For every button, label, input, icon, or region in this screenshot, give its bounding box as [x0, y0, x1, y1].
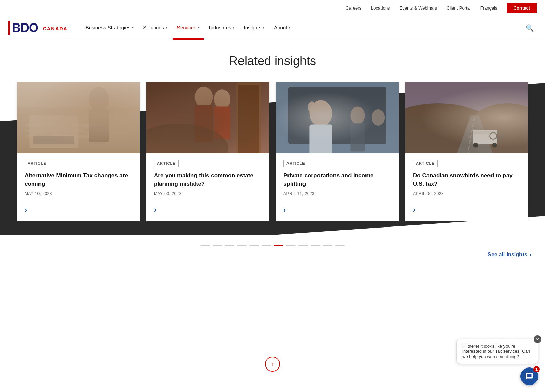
card-body: ARTICLE Private corporations and income … [276, 153, 399, 221]
pagination-dot[interactable] [225, 245, 234, 246]
events-link[interactable]: Events & Webinars [400, 5, 437, 11]
card-badge: ARTICLE [25, 160, 49, 167]
pagination-dot[interactable] [262, 245, 271, 246]
svg-rect-0 [17, 82, 140, 153]
svg-rect-9 [146, 82, 269, 153]
svg-point-25 [372, 109, 385, 126]
nav-label: Industries [209, 25, 231, 30]
bdo-logo: BDO [8, 21, 38, 35]
main-navigation: BDO CANADA Business Strategies ▾ Solutio… [0, 16, 545, 40]
cards-container: ARTICLE Alternative Minimum Tax changes … [0, 82, 545, 221]
svg-point-23 [350, 107, 365, 125]
nav-industries[interactable]: Industries ▾ [205, 16, 238, 40]
svg-point-5 [89, 87, 109, 111]
card-arrow-link[interactable]: › [154, 206, 262, 215]
nav-label: Insights [244, 25, 262, 30]
locations-link[interactable]: Locations [371, 5, 390, 11]
insight-card[interactable]: ARTICLE Private corporations and income … [276, 82, 399, 221]
page-content: Related insights [0, 40, 545, 269]
nav-links: Business Strategies ▾ Solutions ▾ Servic… [81, 16, 523, 40]
pagination-dot[interactable] [311, 245, 320, 246]
client-portal-link[interactable]: Client Portal [447, 5, 471, 11]
search-icon: 🔍 [526, 24, 534, 32]
svg-line-31 [467, 115, 475, 153]
pagination-dot[interactable] [237, 245, 247, 246]
nav-solutions[interactable]: Solutions ▾ [139, 16, 171, 40]
careers-link[interactable]: Careers [346, 5, 361, 11]
svg-rect-16 [214, 107, 230, 139]
svg-rect-27 [405, 82, 528, 153]
pagination-dot[interactable] [298, 245, 308, 246]
card-body: ARTICLE Are you making this common estat… [146, 153, 269, 221]
chevron-down-icon: ▾ [263, 26, 264, 29]
pagination-dot-active[interactable] [274, 245, 283, 246]
nav-about[interactable]: About ▾ [270, 16, 294, 40]
svg-rect-19 [276, 82, 399, 153]
insight-card[interactable]: ARTICLE Do Canadian snowbirds need to pa… [405, 82, 528, 221]
pagination-dot[interactable] [249, 245, 259, 246]
card-arrow-link[interactable]: › [413, 206, 520, 215]
svg-point-37 [490, 132, 496, 139]
nav-insights[interactable]: Insights ▾ [240, 16, 269, 40]
svg-rect-1 [17, 107, 140, 153]
nav-label: Services [177, 25, 197, 30]
section-title: Related insights [7, 54, 538, 68]
pagination-dot[interactable] [200, 245, 210, 246]
card-title: Private corporations and income splittin… [283, 172, 391, 188]
card-body: ARTICLE Alternative Minimum Tax changes … [17, 153, 140, 221]
svg-point-34 [473, 143, 478, 147]
logo-bar [8, 21, 10, 35]
pagination-area [0, 235, 545, 251]
card-date: MAY 03, 2023 [154, 191, 262, 196]
card-arrow-link[interactable]: › [283, 206, 391, 215]
svg-rect-2 [25, 124, 99, 127]
nav-label: Solutions [143, 25, 164, 30]
chevron-down-icon: ▾ [233, 26, 234, 29]
search-button[interactable]: 🔍 [523, 21, 537, 35]
card-date: APRIL 11, 2023 [283, 191, 391, 196]
svg-point-29 [405, 103, 499, 153]
svg-point-17 [146, 124, 228, 153]
svg-point-30 [467, 103, 528, 153]
card-badge: ARTICLE [283, 160, 308, 167]
svg-rect-11 [236, 83, 261, 153]
contact-button[interactable]: Contact [507, 3, 537, 13]
nav-business-strategies[interactable]: Business Strategies ▾ [81, 16, 138, 40]
card-title: Are you making this common estate planni… [154, 172, 262, 188]
pagination-dot[interactable] [286, 245, 296, 246]
see-all-insights-link[interactable]: See all insights › [488, 251, 531, 258]
svg-rect-14 [195, 105, 213, 142]
svg-point-13 [195, 87, 213, 108]
logo-canada: CANADA [43, 26, 68, 31]
svg-point-36 [496, 132, 502, 139]
card-badge: ARTICLE [154, 160, 179, 167]
nav-label: Business Strategies [85, 25, 131, 30]
svg-rect-3 [25, 130, 82, 132]
card-arrow-link[interactable]: › [25, 206, 132, 215]
card-image-4 [405, 82, 528, 153]
svg-rect-10 [146, 82, 269, 153]
section-title-area: Related insights [0, 40, 545, 75]
chevron-down-icon: ▾ [132, 26, 134, 29]
nav-label: About [274, 25, 287, 30]
insight-card[interactable]: ARTICLE Alternative Minimum Tax changes … [17, 82, 140, 221]
svg-rect-28 [405, 82, 528, 115]
insight-card[interactable]: ARTICLE Are you making this common estat… [146, 82, 269, 221]
card-badge: ARTICLE [413, 160, 438, 167]
logo-text: BDO [12, 22, 38, 34]
see-all-label: See all insights [488, 252, 527, 258]
pagination-dot[interactable] [323, 245, 332, 246]
arrow-right-icon: › [529, 251, 531, 258]
pagination-dot[interactable] [335, 245, 345, 246]
card-image-3 [276, 82, 399, 153]
card-image-2 [146, 82, 269, 153]
card-title: Alternative Minimum Tax changes are comi… [25, 172, 132, 188]
card-image-1 [17, 82, 140, 153]
language-link[interactable]: Français [480, 5, 497, 11]
nav-services[interactable]: Services ▾ [173, 16, 204, 40]
card-body: ARTICLE Do Canadian snowbirds need to pa… [405, 153, 528, 221]
svg-rect-24 [350, 123, 365, 152]
logo-area[interactable]: BDO CANADA [8, 21, 68, 35]
cards-section: ARTICLE Alternative Minimum Tax changes … [0, 75, 545, 235]
pagination-dot[interactable] [213, 245, 222, 246]
